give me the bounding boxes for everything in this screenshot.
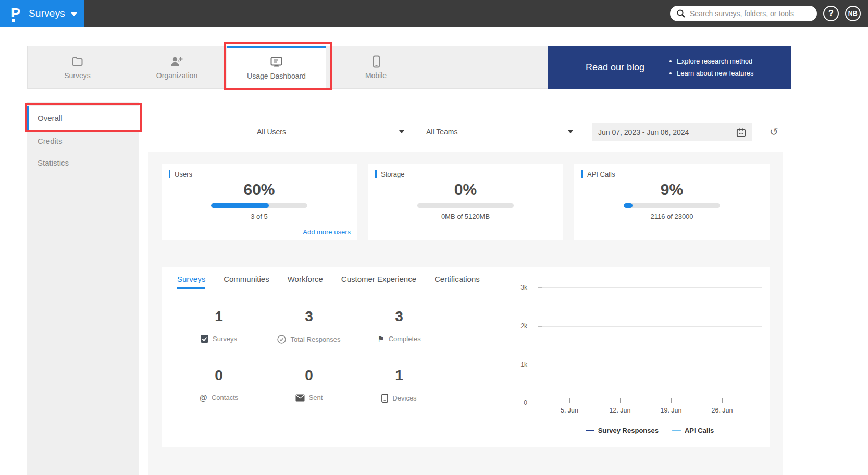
x-axis-tick-label: 19. Jun <box>653 407 689 414</box>
card-title: Users <box>175 170 192 178</box>
blog-banner-bullets: Explore research method Learn about new … <box>669 55 753 79</box>
sidebar-item-credits[interactable]: Credits <box>27 130 139 152</box>
legend-survey-responses[interactable]: Survey Responses <box>586 427 659 434</box>
usage-card-storage: Storage 0% 0MB of 5120MB <box>368 164 563 240</box>
reset-filters-icon[interactable]: ↺ <box>770 125 778 139</box>
nav-tab-label: Organization <box>156 71 197 80</box>
storage-caption: 0MB of 5120MB <box>375 213 556 220</box>
stat-completes: 3 ⚑ Completes <box>361 309 437 344</box>
legend-dash-icon <box>586 430 594 431</box>
nav-tab-label: Surveys <box>64 71 91 80</box>
users-filter-dropdown[interactable]: All Users <box>257 121 404 142</box>
nav-tab-organization[interactable]: Organization <box>127 46 227 88</box>
api-calls-percent: 9% <box>581 181 762 198</box>
stat-label: Contacts <box>212 394 238 402</box>
accent-bar <box>375 170 377 178</box>
users-percent: 60% <box>169 181 350 198</box>
topbar: P Surveys ? NB <box>0 0 868 27</box>
product-tabs: Surveys Communities Workforce Customer E… <box>177 267 480 289</box>
stat-label: Total Responses <box>290 335 340 343</box>
tab-customer-experience[interactable]: Customer Experience <box>341 267 416 289</box>
main-content: All Users All Teams Jun 07, 2023 - Jun 0… <box>139 102 792 475</box>
x-axis-tick-label: 12. Jun <box>602 407 638 414</box>
blog-banner-bullet: Explore research method <box>669 55 753 67</box>
page: P Surveys ? NB Surveys <box>0 0 868 475</box>
stat-sent: 0 Sent <box>271 368 347 403</box>
y-axis-tick-label: 0 <box>506 399 527 406</box>
nav-tab-mobile[interactable]: Mobile <box>326 46 426 88</box>
teams-filter-value: All Teams <box>426 128 457 136</box>
x-axis-line <box>538 403 762 403</box>
folder-icon <box>71 55 84 68</box>
mail-icon <box>295 394 305 402</box>
gridline <box>538 326 762 327</box>
avatar[interactable]: NB <box>845 6 861 21</box>
users-progress-fill <box>211 203 269 208</box>
chevron-down-icon <box>71 12 77 16</box>
usage-card-api-calls: API Calls 9% 2116 of 23000 <box>574 164 770 240</box>
usage-cards-row: Users 60% 3 of 5 Add more users Storage … <box>162 164 770 240</box>
accent-bar <box>169 170 170 178</box>
gridline <box>538 288 762 288</box>
legend-api-calls[interactable]: API Calls <box>672 427 714 434</box>
y-axis-tick-label: 3k <box>506 284 527 291</box>
chart-legend: Survey Responses API Calls <box>538 427 762 434</box>
users-caption: 3 of 5 <box>169 213 350 220</box>
x-axis-tick <box>620 398 621 403</box>
overview-card: Surveys Communities Workforce Customer E… <box>162 267 770 447</box>
stat-contacts: 0 @ Contacts <box>181 368 257 403</box>
storage-percent: 0% <box>375 181 556 198</box>
card-title: API Calls <box>587 170 615 178</box>
nav-tab-usage-dashboard[interactable]: Usage Dashboard <box>227 46 326 88</box>
product-switcher-label: Surveys <box>29 8 65 19</box>
global-search[interactable] <box>670 6 817 21</box>
sidebar-item-overall[interactable]: Overall <box>27 106 139 130</box>
stats-grid: 1 Surveys 3 <box>181 309 437 403</box>
help-button[interactable]: ? <box>823 6 839 21</box>
sidebar-item-statistics[interactable]: Statistics <box>27 152 139 173</box>
tab-communities[interactable]: Communities <box>224 267 269 289</box>
blog-banner: Read our blog Explore research method Le… <box>548 46 791 89</box>
tab-workforce[interactable]: Workforce <box>288 267 323 289</box>
api-calls-caption: 2116 of 23000 <box>581 213 762 220</box>
stat-surveys: 1 Surveys <box>181 309 257 344</box>
stat-value: 1 <box>181 309 257 324</box>
tab-surveys[interactable]: Surveys <box>177 267 205 289</box>
check-circle-icon <box>277 335 286 344</box>
date-range-picker[interactable]: Jun 07, 2023 - Jun 06, 2024 <box>592 123 752 141</box>
stat-value: 0 <box>181 368 257 383</box>
flag-icon: ⚑ <box>377 335 384 343</box>
stat-devices: 1 Devices <box>361 368 437 403</box>
topbar-actions: ? NB <box>670 6 861 21</box>
gridline <box>538 365 762 365</box>
blog-banner-link[interactable]: Read our blog <box>586 62 644 73</box>
device-icon <box>381 394 388 403</box>
mobile-icon <box>370 55 382 68</box>
stat-value: 3 <box>361 309 437 324</box>
brand-logo-icon: P <box>11 5 22 22</box>
dashboard-icon <box>269 56 283 68</box>
dashboard-panel: Users 60% 3 of 5 Add more users Storage … <box>148 152 783 475</box>
usage-card-users: Users 60% 3 of 5 Add more users <box>162 164 357 240</box>
search-input[interactable] <box>690 9 810 18</box>
checkbox-icon <box>201 335 208 343</box>
at-icon: @ <box>200 394 207 402</box>
nav-tab-label: Mobile <box>365 71 387 80</box>
teams-filter-dropdown[interactable]: All Teams <box>426 121 573 142</box>
add-more-users-link[interactable]: Add more users <box>303 228 351 236</box>
stat-value: 0 <box>271 368 347 383</box>
nav-tab-surveys[interactable]: Surveys <box>28 46 127 88</box>
legend-dash-icon <box>672 430 681 431</box>
x-axis-tick-label: 26. Jun <box>704 407 740 414</box>
tab-certifications[interactable]: Certifications <box>435 267 480 289</box>
y-axis-tick-label: 2k <box>506 322 527 330</box>
api-calls-progress-bar <box>624 203 720 208</box>
date-range-value: Jun 07, 2023 - Jun 06, 2024 <box>598 128 689 136</box>
x-axis-tick <box>722 398 723 403</box>
users-filter-value: All Users <box>257 128 286 136</box>
stat-label: Devices <box>392 394 416 402</box>
chevron-down-icon <box>568 130 573 133</box>
blog-banner-bullet: Learn about new features <box>669 67 753 79</box>
accent-bar <box>581 170 583 178</box>
product-switcher[interactable]: P Surveys <box>0 0 84 27</box>
